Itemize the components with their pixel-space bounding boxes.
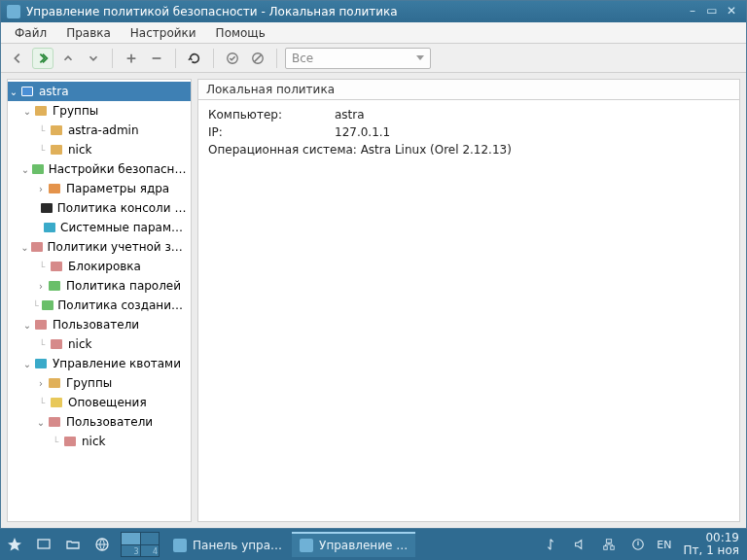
workspace-3[interactable]: 3 [122,545,140,557]
tree-user-icon [49,337,64,351]
tray-power-icon[interactable] [623,531,653,558]
tray-clock[interactable]: 00:19 Пт, 1 ноя [676,532,748,557]
menu-edit[interactable]: Правка [56,22,121,43]
tree-folder-icon [49,123,64,137]
tree-node-label: Системные параметры [60,221,187,234]
workspace-4[interactable]: 4 [141,545,160,557]
minimize-button[interactable]: – [684,4,701,19]
tree-node[interactable]: ⌄Группы [8,101,191,121]
close-button[interactable]: ✕ [723,4,740,19]
tree-twisty-icon[interactable]: ⌄ [21,106,33,117]
tray-network-icon[interactable] [594,531,623,558]
toolbar-separator [213,49,214,68]
tree-node[interactable]: ⌄Настройки безопасности [8,159,191,179]
tree-twisty-icon[interactable]: ⌄ [20,164,31,175]
task-label: Управление … [319,539,408,552]
tree-mail-icon [49,396,64,409]
file-manager-button[interactable] [58,531,88,558]
desktop: Управление политикой безопасности - Лока… [0,0,747,560]
add-button[interactable] [121,48,142,69]
task-control-panel[interactable]: Панель упра… [165,532,290,557]
info-value: astra [335,108,365,125]
tree-node[interactable]: └nick [8,334,191,354]
info-row-os: Операционная система: Astra Linux (Orel … [208,143,729,160]
tree-green-icon [47,279,62,293]
tray-volume-icon[interactable] [565,531,594,558]
tree-node[interactable]: └astra-admin [8,121,191,140]
tree-connector: └ [35,262,49,272]
tree-twisty-icon[interactable]: ⌄ [8,87,19,97]
tree-node-label: Политики учетной записи [48,240,187,254]
menu-file[interactable]: Файл [5,22,56,43]
tree-twisty-icon[interactable]: ⌄ [35,417,47,428]
tree-node[interactable]: └Блокировка [8,257,191,276]
tree-connector: └ [30,300,41,311]
nav-back-button[interactable] [7,48,28,69]
deny-button[interactable] [247,48,268,69]
tree-node[interactable]: └Политика создания пол… [8,296,191,315]
tree-node[interactable]: ⌄Пользователи [8,315,191,334]
tree-node-label: Пользователи [66,415,153,429]
expand-button[interactable] [83,48,104,69]
start-button[interactable] [0,531,29,558]
task-security-policy[interactable]: Управление … [292,532,415,557]
tree-twisty-icon[interactable]: › [35,184,47,194]
tree-node[interactable]: ›Политика паролей [8,276,191,296]
tree-node-label: Политика паролей [66,279,181,293]
tree-node-label: Политика создания пол… [57,298,187,312]
workspace-1[interactable] [122,533,140,544]
app-icon [7,5,20,18]
tree-node-label: nick [68,337,92,351]
tree-node-label: astra-admin [68,123,139,137]
tree-twisty-icon[interactable]: › [35,378,47,389]
nav-tree[interactable]: ⌄astra⌄Группы└astra-admin└nick⌄Настройки… [7,79,192,522]
tree-connector: └ [35,125,49,136]
remove-button[interactable] [146,48,167,69]
content-pane: Локальная политика Компьютер: astra IP: … [197,79,740,522]
info-key: Компьютер: [208,108,335,125]
tree-node[interactable]: ›Параметры ядра [8,179,191,198]
tree-node-label: Группы [66,376,112,390]
tree-connector: └ [35,339,49,350]
maximize-button[interactable]: ▭ [703,4,721,19]
content-body: Компьютер: astra IP: 127.0.1.1 Операцион… [197,100,740,522]
tree-folder-icon [47,376,62,390]
workspace-2[interactable] [141,533,160,544]
tree-folder-icon [33,104,49,118]
tree-node[interactable]: └nick [8,432,191,451]
browser-button[interactable] [88,531,117,558]
tree-node[interactable]: ⌄Политики учетной записи [8,237,191,257]
tree-node[interactable]: ⌄Управление квотами [8,354,191,373]
tree-node-label: Управление квотами [53,357,181,370]
tree-twisty-icon[interactable]: ⌄ [21,320,33,331]
menu-settings[interactable]: Настройки [121,22,206,43]
tree-connector: └ [49,437,62,447]
tray-language[interactable]: EN [653,531,675,558]
tray-usb-icon[interactable] [536,531,565,558]
tree-node[interactable]: ›Группы [8,373,191,393]
nav-forward-button[interactable] [32,48,53,69]
filter-combo[interactable]: Все [285,48,431,69]
titlebar[interactable]: Управление политикой безопасности - Лока… [1,1,746,22]
menu-help[interactable]: Помощь [206,22,275,43]
tree-twisty-icon[interactable]: ⌄ [21,359,33,369]
tree-node-label: nick [82,435,106,448]
task-label: Панель упра… [193,539,282,552]
show-desktop-button[interactable] [29,531,58,558]
tree-node[interactable]: ⌄astra [8,82,191,101]
collapse-button[interactable] [57,48,79,69]
tree-twisty-icon[interactable]: › [35,281,47,292]
refresh-button[interactable] [184,48,205,69]
apply-button[interactable] [222,48,243,69]
tree-twisty-icon[interactable]: ⌄ [19,242,29,253]
workspace-pager[interactable]: 3 4 [121,532,160,557]
toolbar: Все [1,44,746,73]
tree-node[interactable]: Системные параметры [8,218,191,237]
tree-node[interactable]: Политика консоли и ин… [8,198,191,218]
info-value: 127.0.1.1 [335,125,390,143]
tree-node-label: Блокировка [68,260,141,273]
tree-node[interactable]: └Оповещения [8,393,191,412]
tree-node[interactable]: └nick [8,140,191,159]
tree-node[interactable]: ⌄Пользователи [8,412,191,432]
toolbar-separator [276,49,277,68]
